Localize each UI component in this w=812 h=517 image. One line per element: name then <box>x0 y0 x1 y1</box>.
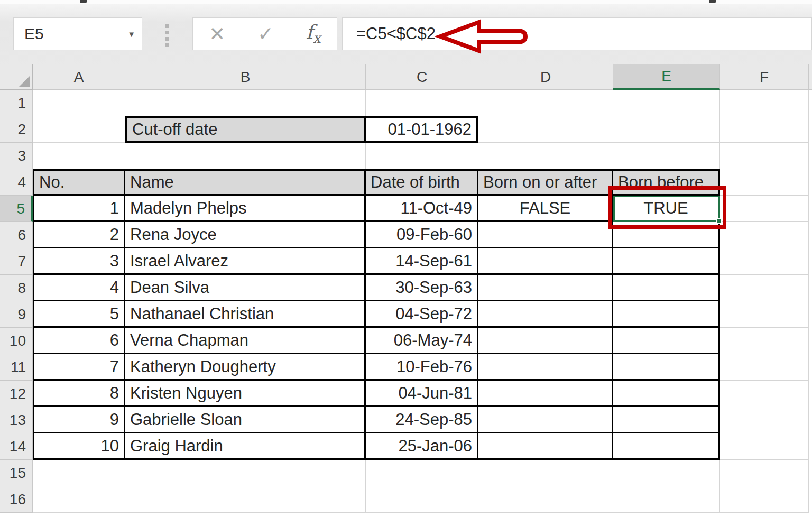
cell-F13[interactable] <box>720 407 809 433</box>
row-header-16[interactable]: 16 <box>0 486 33 513</box>
row-header-10[interactable]: 10 <box>0 328 33 354</box>
row-header-4[interactable]: 4 <box>0 169 33 196</box>
cell-C2[interactable]: 01-01-1962 <box>366 116 478 143</box>
cell-F2[interactable] <box>720 116 809 143</box>
cell-C4[interactable]: Date of birth <box>366 169 478 196</box>
cell-B6[interactable]: Rena Joyce <box>125 222 366 248</box>
row-header-2[interactable]: 2 <box>0 116 33 143</box>
cell-B10[interactable]: Verna Chapman <box>125 328 366 354</box>
cell-E15[interactable] <box>613 460 720 486</box>
cell-F16[interactable] <box>720 486 809 513</box>
cell-E8[interactable] <box>613 275 720 301</box>
cell-E16[interactable] <box>613 486 720 513</box>
cell-C6[interactable]: 09-Feb-60 <box>366 222 478 248</box>
cell-F11[interactable] <box>720 354 809 381</box>
cell-B16[interactable] <box>125 486 366 513</box>
cell-D16[interactable] <box>478 486 613 513</box>
chevron-down-icon[interactable]: ▼ <box>127 30 135 39</box>
cell-B9[interactable]: Nathanael Christian <box>125 301 366 328</box>
cell-C12[interactable]: 04-Jun-81 <box>366 381 478 407</box>
cell-E14[interactable] <box>613 433 720 460</box>
column-header-F[interactable]: F <box>720 64 809 90</box>
cell-A4[interactable]: No. <box>33 169 125 196</box>
column-header-D[interactable]: D <box>478 64 613 90</box>
cell-D6[interactable] <box>478 222 613 248</box>
cell-D9[interactable] <box>478 301 613 328</box>
row-header-5[interactable]: 5 <box>0 196 33 222</box>
cell-C7[interactable]: 14-Sep-61 <box>366 248 478 275</box>
cell-E12[interactable] <box>613 381 720 407</box>
insert-function-icon[interactable]: fx <box>306 21 321 46</box>
cell-F3[interactable] <box>720 143 809 169</box>
cell-C8[interactable]: 30-Sep-63 <box>366 275 478 301</box>
column-header-C[interactable]: C <box>366 64 478 90</box>
row-header-3[interactable]: 3 <box>0 143 33 169</box>
row-header-9[interactable]: 9 <box>0 301 33 328</box>
cell-A13[interactable]: 9 <box>33 407 125 433</box>
cell-D7[interactable] <box>478 248 613 275</box>
column-header-B[interactable]: B <box>125 64 366 90</box>
column-header-E[interactable]: E <box>613 64 720 90</box>
cell-D11[interactable] <box>478 354 613 381</box>
name-box[interactable]: E5 ▼ <box>13 17 142 50</box>
formula-bar-input[interactable]: =C5<$C$2 <box>342 17 812 50</box>
cell-F10[interactable] <box>720 328 809 354</box>
cell-A3[interactable] <box>33 143 125 169</box>
row-header-13[interactable]: 13 <box>0 407 33 433</box>
cell-F9[interactable] <box>720 301 809 328</box>
cell-A8[interactable]: 4 <box>33 275 125 301</box>
cell-C10[interactable]: 06-May-74 <box>366 328 478 354</box>
cell-F5[interactable] <box>720 196 809 222</box>
cell-D12[interactable] <box>478 381 613 407</box>
cell-B5[interactable]: Madelyn Phelps <box>125 196 366 222</box>
cell-C5[interactable]: 11-Oct-49 <box>366 196 478 222</box>
cell-F4[interactable] <box>720 169 809 196</box>
cell-E7[interactable] <box>613 248 720 275</box>
cell-D14[interactable] <box>478 433 613 460</box>
cell-D5[interactable]: FALSE <box>478 196 613 222</box>
cell-A12[interactable]: 8 <box>33 381 125 407</box>
cell-A6[interactable]: 2 <box>33 222 125 248</box>
cell-D15[interactable] <box>478 460 613 486</box>
cell-F12[interactable] <box>720 381 809 407</box>
cell-B8[interactable]: Dean Silva <box>125 275 366 301</box>
cell-A11[interactable]: 7 <box>33 354 125 381</box>
cell-C9[interactable]: 04-Sep-72 <box>366 301 478 328</box>
select-all-corner[interactable] <box>0 64 33 90</box>
cell-B1[interactable] <box>125 90 366 116</box>
cell-B3[interactable] <box>125 143 366 169</box>
cell-C1[interactable] <box>366 90 478 116</box>
cell-E11[interactable] <box>613 354 720 381</box>
row-header-6[interactable]: 6 <box>0 222 33 248</box>
cell-A16[interactable] <box>33 486 125 513</box>
cell-B4[interactable]: Name <box>125 169 366 196</box>
row-header-8[interactable]: 8 <box>0 275 33 301</box>
cell-C11[interactable]: 10-Feb-76 <box>366 354 478 381</box>
row-header-14[interactable]: 14 <box>0 433 33 460</box>
cell-C15[interactable] <box>366 460 478 486</box>
cell-A2[interactable] <box>33 116 125 143</box>
cell-F7[interactable] <box>720 248 809 275</box>
cell-A9[interactable]: 5 <box>33 301 125 328</box>
cell-A1[interactable] <box>33 90 125 116</box>
cell-D3[interactable] <box>478 143 613 169</box>
cell-B15[interactable] <box>125 460 366 486</box>
cell-A15[interactable] <box>33 460 125 486</box>
cell-E9[interactable] <box>613 301 720 328</box>
column-header-A[interactable]: A <box>33 64 125 90</box>
cell-C14[interactable]: 25-Jan-06 <box>366 433 478 460</box>
cell-F6[interactable] <box>720 222 809 248</box>
cell-F1[interactable] <box>720 90 809 116</box>
cell-B12[interactable]: Kristen Nguyen <box>125 381 366 407</box>
row-header-11[interactable]: 11 <box>0 354 33 381</box>
cancel-icon[interactable]: ✕ <box>209 24 225 44</box>
row-header-12[interactable]: 12 <box>0 381 33 407</box>
cell-E10[interactable] <box>613 328 720 354</box>
cell-E3[interactable] <box>613 143 720 169</box>
cell-A10[interactable]: 6 <box>33 328 125 354</box>
cell-B2[interactable]: Cut-off date <box>125 116 366 143</box>
cell-D13[interactable] <box>478 407 613 433</box>
cell-B13[interactable]: Gabrielle Sloan <box>125 407 366 433</box>
cell-C16[interactable] <box>366 486 478 513</box>
cell-F8[interactable] <box>720 275 809 301</box>
